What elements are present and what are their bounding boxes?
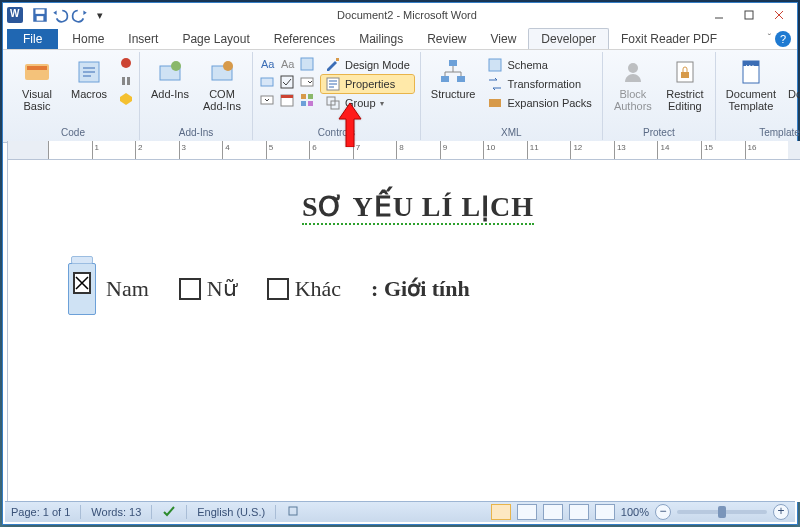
status-insert-mode-icon[interactable] bbox=[286, 504, 300, 520]
picture-control-icon[interactable] bbox=[299, 56, 315, 72]
status-words[interactable]: Words: 13 bbox=[91, 506, 141, 518]
minimize-button[interactable] bbox=[705, 6, 733, 24]
svg-rect-23 bbox=[281, 95, 293, 98]
tab-developer[interactable]: Developer bbox=[528, 28, 609, 49]
label-nu[interactable]: Nữ bbox=[207, 276, 237, 302]
zoom-in-button[interactable]: + bbox=[773, 504, 789, 520]
legacy-tools-icon[interactable] bbox=[299, 92, 315, 108]
redo-icon[interactable] bbox=[71, 6, 89, 24]
tab-home[interactable]: Home bbox=[60, 29, 116, 49]
checkbox-khac[interactable] bbox=[267, 278, 289, 300]
page[interactable]: SƠ YẾU LÍ LỊCH Nam Nữ Khác bbox=[8, 160, 800, 502]
document-template-button[interactable]: W Document Template bbox=[722, 56, 780, 114]
structure-button[interactable]: Structure bbox=[427, 56, 480, 102]
zoom-slider[interactable] bbox=[677, 510, 767, 514]
svg-rect-26 bbox=[301, 101, 306, 106]
group-controls: Aa Aa Design Mode bbox=[253, 52, 421, 140]
tab-mailings[interactable]: Mailings bbox=[347, 29, 415, 49]
schema-icon bbox=[487, 57, 503, 73]
visual-basic-label: Visual Basic bbox=[22, 88, 52, 112]
group-protect-label: Protect bbox=[609, 127, 709, 140]
svg-rect-46 bbox=[289, 507, 297, 515]
structure-label: Structure bbox=[431, 88, 476, 100]
design-mode-label: Design Mode bbox=[345, 59, 410, 71]
svg-rect-9 bbox=[122, 77, 125, 85]
com-addins-button[interactable]: COM Add-Ins bbox=[198, 56, 246, 114]
zoom-out-button[interactable]: − bbox=[655, 504, 671, 520]
group-icon bbox=[325, 95, 341, 111]
dropdown-control-icon[interactable] bbox=[259, 92, 275, 108]
label-gender[interactable]: : Giới tính bbox=[371, 276, 470, 302]
status-page[interactable]: Page: 1 of 1 bbox=[11, 506, 70, 518]
group-controls-label: Controls bbox=[259, 127, 414, 140]
svg-text:Aa: Aa bbox=[281, 58, 295, 70]
checkbox-nam-selected[interactable] bbox=[68, 263, 96, 315]
block-authors-button[interactable]: Block Authors bbox=[609, 56, 657, 114]
horizontal-ruler[interactable]: 12345678910111213141516 bbox=[8, 141, 800, 160]
document-scroll-area[interactable]: SƠ YẾU LÍ LỊCH Nam Nữ Khác bbox=[8, 160, 800, 502]
tab-references[interactable]: References bbox=[262, 29, 347, 49]
plain-text-control-icon[interactable]: Aa bbox=[279, 56, 295, 72]
addins-button[interactable]: Add-Ins bbox=[146, 56, 194, 102]
svg-rect-18 bbox=[261, 78, 273, 86]
combobox-control-icon[interactable] bbox=[299, 74, 315, 90]
view-print-layout-button[interactable] bbox=[491, 504, 511, 520]
restrict-editing-button[interactable]: Restrict Editing bbox=[661, 56, 709, 114]
save-icon[interactable] bbox=[31, 6, 49, 24]
svg-rect-34 bbox=[457, 76, 465, 82]
view-draft-button[interactable] bbox=[595, 504, 615, 520]
svg-rect-10 bbox=[127, 77, 130, 85]
zoom-level[interactable]: 100% bbox=[621, 506, 649, 518]
maximize-button[interactable] bbox=[735, 6, 763, 24]
help-icon[interactable]: ? bbox=[775, 31, 791, 47]
view-web-layout-button[interactable] bbox=[543, 504, 563, 520]
view-outline-button[interactable] bbox=[569, 504, 589, 520]
tab-foxit[interactable]: Foxit Reader PDF bbox=[609, 29, 729, 49]
design-mode-icon bbox=[325, 57, 341, 73]
visual-basic-button[interactable]: Visual Basic bbox=[13, 56, 61, 114]
undo-icon[interactable] bbox=[51, 6, 69, 24]
document-heading[interactable]: SƠ YẾU LÍ LỊCH bbox=[68, 190, 768, 223]
design-mode-button[interactable]: Design Mode bbox=[321, 56, 414, 74]
pause-recording-icon[interactable] bbox=[119, 74, 133, 88]
svg-rect-36 bbox=[489, 99, 501, 107]
title-bar: ▾ Document2 - Microsoft Word bbox=[3, 3, 797, 27]
tab-page-layout[interactable]: Page Layout bbox=[170, 29, 261, 49]
label-khac[interactable]: Khác bbox=[295, 276, 341, 302]
building-block-control-icon[interactable] bbox=[259, 74, 275, 90]
svg-rect-35 bbox=[489, 59, 501, 71]
schema-label: Schema bbox=[507, 59, 547, 71]
expansion-packs-label: Expansion Packs bbox=[507, 97, 591, 109]
svg-rect-24 bbox=[301, 94, 306, 99]
block-authors-label: Block Authors bbox=[614, 88, 652, 112]
date-picker-control-icon[interactable] bbox=[279, 92, 295, 108]
tab-review[interactable]: Review bbox=[415, 29, 478, 49]
tab-view[interactable]: View bbox=[479, 29, 529, 49]
macros-button[interactable]: Macros bbox=[65, 56, 113, 102]
label-nam[interactable]: Nam bbox=[106, 276, 149, 302]
transformation-button[interactable]: Transformation bbox=[483, 75, 595, 93]
checkbox-nu[interactable] bbox=[179, 278, 201, 300]
checkbox-control-icon[interactable] bbox=[279, 74, 295, 90]
macros-label: Macros bbox=[71, 88, 107, 100]
macro-security-icon[interactable] bbox=[119, 92, 133, 106]
qat-dropdown-icon[interactable]: ▾ bbox=[91, 6, 109, 24]
status-language[interactable]: English (U.S.) bbox=[197, 506, 265, 518]
expansion-packs-button[interactable]: Expansion Packs bbox=[483, 94, 595, 112]
status-proofing-icon[interactable] bbox=[162, 504, 176, 520]
rich-text-control-icon[interactable]: Aa bbox=[259, 56, 275, 72]
properties-button[interactable]: Properties bbox=[321, 75, 414, 93]
minimize-ribbon-icon[interactable]: ˇ bbox=[768, 33, 771, 44]
svg-point-14 bbox=[223, 61, 233, 71]
controls-gallery: Aa Aa bbox=[259, 56, 317, 108]
schema-button[interactable]: Schema bbox=[483, 56, 595, 74]
record-macro-icon[interactable] bbox=[119, 56, 133, 70]
tab-file[interactable]: File bbox=[7, 29, 58, 49]
ribbon: Visual Basic Macros Code Add-Ins bbox=[3, 50, 797, 143]
close-button[interactable] bbox=[765, 6, 793, 24]
document-panel-button[interactable]: Document Panel bbox=[784, 56, 800, 114]
tab-insert[interactable]: Insert bbox=[116, 29, 170, 49]
group-controls-button[interactable]: Group ▾ bbox=[321, 94, 414, 112]
view-full-screen-button[interactable] bbox=[517, 504, 537, 520]
transformation-label: Transformation bbox=[507, 78, 581, 90]
